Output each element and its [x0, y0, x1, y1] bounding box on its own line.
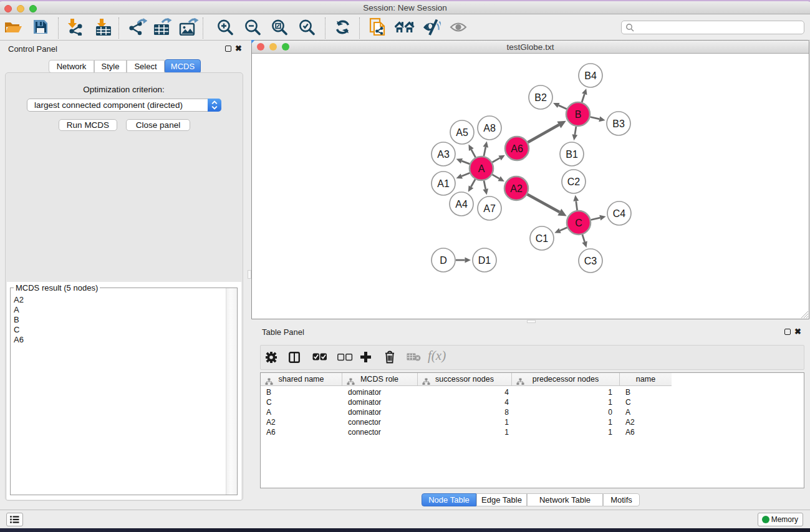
svg-text:A4: A4 [455, 199, 468, 210]
svg-text:B1: B1 [566, 149, 578, 160]
svg-text:B2: B2 [534, 92, 547, 103]
svg-text:A6: A6 [511, 143, 523, 154]
svg-text:A: A [478, 163, 485, 174]
svg-text:B3: B3 [612, 118, 625, 129]
svg-text:D: D [440, 255, 447, 266]
svg-text:C3: C3 [584, 256, 597, 266]
svg-text:A8: A8 [483, 123, 496, 133]
svg-text:C2: C2 [567, 177, 581, 187]
svg-text:A7: A7 [483, 203, 496, 214]
svg-text:C4: C4 [613, 208, 626, 219]
svg-text:D1: D1 [478, 255, 491, 266]
svg-text:A5: A5 [456, 127, 468, 138]
svg-text:A1: A1 [437, 178, 450, 189]
svg-text:A3: A3 [437, 149, 450, 160]
svg-text:C: C [575, 218, 582, 228]
svg-text:B4: B4 [584, 70, 597, 81]
svg-text:B: B [575, 109, 582, 120]
svg-text:A2: A2 [510, 183, 523, 194]
svg-text:C1: C1 [536, 233, 549, 244]
